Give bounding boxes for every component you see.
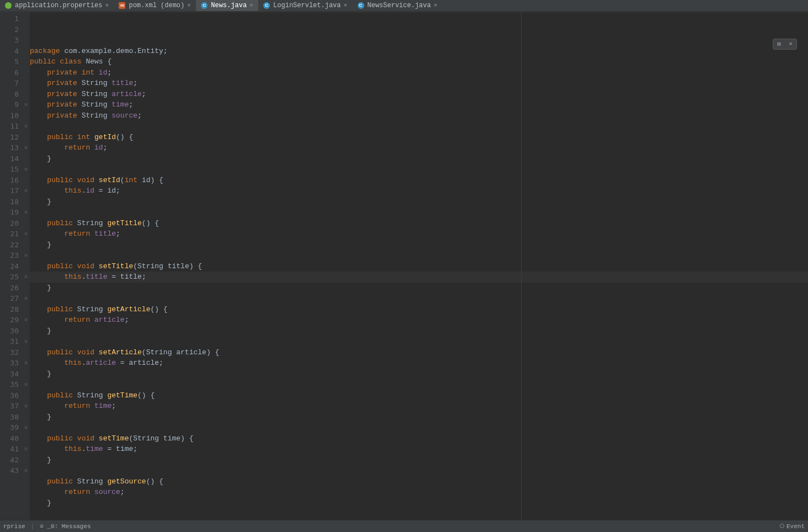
code-line[interactable]: return id; bbox=[30, 142, 808, 153]
fold-marker[interactable]: ⊟ bbox=[22, 142, 30, 153]
code-line[interactable]: } bbox=[30, 412, 808, 423]
code-editor[interactable]: 1234567891011121314151617181920212223242… bbox=[0, 12, 808, 520]
tab-label: News.java bbox=[211, 2, 247, 9]
code-line[interactable]: this.time = time; bbox=[30, 444, 808, 455]
code-line[interactable] bbox=[30, 379, 808, 390]
fold-marker bbox=[22, 175, 30, 186]
event-log-button[interactable]: Event bbox=[780, 523, 805, 530]
code-line[interactable]: } bbox=[30, 498, 808, 509]
code-line[interactable]: } bbox=[30, 369, 808, 380]
close-icon[interactable]: × bbox=[789, 41, 793, 47]
code-line[interactable] bbox=[30, 336, 808, 347]
editor-overlay-hint[interactable]: m × bbox=[773, 39, 797, 50]
code-line[interactable]: public class News { bbox=[30, 56, 808, 67]
fold-marker[interactable]: ⊟ bbox=[22, 228, 30, 240]
code-line[interactable]: } bbox=[30, 326, 808, 337]
fold-marker bbox=[22, 110, 30, 121]
code-line[interactable]: private String article; bbox=[30, 89, 808, 100]
code-line[interactable]: public void setId(int id) { bbox=[30, 175, 808, 186]
close-icon[interactable]: × bbox=[249, 2, 255, 9]
fold-marker[interactable]: ⊟ bbox=[22, 336, 30, 347]
code-line[interactable] bbox=[30, 121, 808, 132]
code-line[interactable] bbox=[30, 422, 808, 433]
close-icon[interactable]: × bbox=[344, 2, 349, 9]
fold-marker[interactable]: ⊟ bbox=[22, 185, 30, 196]
fold-marker[interactable]: ⊟ bbox=[22, 315, 30, 326]
fold-marker[interactable]: ⊟ bbox=[22, 358, 30, 369]
fold-marker bbox=[22, 46, 30, 57]
code-line[interactable]: public String getSource() { bbox=[30, 476, 808, 487]
tab-loginservlet-java[interactable]: CLoginServlet.java× bbox=[258, 0, 352, 11]
tab-pom-xml-demo-[interactable]: mpom.xml (demo)× bbox=[114, 0, 196, 11]
close-icon[interactable]: × bbox=[187, 2, 193, 9]
code-line[interactable]: } bbox=[30, 196, 808, 208]
code-line[interactable]: this.title = title; bbox=[30, 272, 808, 283]
fold-marker[interactable]: ⊟ bbox=[22, 444, 30, 455]
fold-marker[interactable]: ⊟ bbox=[22, 401, 30, 412]
code-line[interactable]: } bbox=[30, 283, 808, 294]
code-line[interactable] bbox=[30, 164, 808, 175]
code-line[interactable]: } bbox=[30, 455, 808, 466]
fold-marker[interactable]: ⊟ bbox=[22, 465, 30, 476]
code-line[interactable]: public String getTime() { bbox=[30, 390, 808, 401]
code-line[interactable]: public String getTitle() { bbox=[30, 218, 808, 229]
fold-marker[interactable]: ⊟ bbox=[22, 272, 30, 283]
code-line[interactable] bbox=[30, 250, 808, 261]
fold-marker[interactable]: ⊟ bbox=[22, 121, 30, 132]
code-line[interactable]: package com.example.demo.Entity; bbox=[30, 46, 808, 57]
code-line[interactable]: return article; bbox=[30, 315, 808, 326]
code-line[interactable]: private int id; bbox=[30, 67, 808, 78]
code-line[interactable]: public int getId() { bbox=[30, 132, 808, 143]
close-icon[interactable]: × bbox=[434, 2, 439, 9]
line-number: 22 bbox=[0, 240, 19, 251]
fold-marker bbox=[22, 35, 30, 46]
code-line[interactable]: private String title; bbox=[30, 78, 808, 89]
fold-marker[interactable]: ⊟ bbox=[22, 422, 30, 433]
code-area[interactable]: package com.example.demo.Entity;public c… bbox=[30, 12, 808, 520]
tab-label: NewsService.java bbox=[368, 2, 431, 9]
code-line[interactable] bbox=[30, 465, 808, 476]
fold-marker bbox=[22, 13, 30, 24]
code-line[interactable] bbox=[30, 207, 808, 218]
line-number: 25 bbox=[0, 272, 19, 283]
tab-application-properties[interactable]: application.properties× bbox=[0, 0, 114, 11]
line-number: 6 bbox=[0, 67, 19, 78]
tab-label: application.properties bbox=[15, 2, 102, 9]
status-separator: | bbox=[31, 523, 35, 530]
code-line[interactable]: public String getArticle() { bbox=[30, 304, 808, 315]
close-icon[interactable]: × bbox=[105, 2, 110, 9]
line-number: 24 bbox=[0, 261, 19, 272]
fold-marker[interactable]: ⊟ bbox=[22, 207, 30, 218]
messages-label: 0: Messages bbox=[51, 523, 91, 530]
code-line[interactable]: public void setTime(String time) { bbox=[30, 433, 808, 444]
line-number-gutter: 1234567891011121314151617181920212223242… bbox=[0, 12, 22, 520]
code-line[interactable]: private String time; bbox=[30, 99, 808, 110]
line-number: 28 bbox=[0, 304, 19, 315]
code-line[interactable]: this.article = article; bbox=[30, 358, 808, 369]
code-line[interactable]: } bbox=[30, 153, 808, 164]
code-line[interactable]: return title; bbox=[30, 228, 808, 240]
fold-marker bbox=[22, 304, 30, 315]
fold-marker[interactable]: ⊟ bbox=[22, 379, 30, 390]
fold-marker[interactable]: ⊟ bbox=[22, 250, 30, 261]
code-line[interactable]: return source; bbox=[30, 487, 808, 498]
fold-gutter[interactable]: ⊟ ⊟ ⊟ ⊟ ⊟ ⊟ ⊟ ⊟ ⊟ ⊟ ⊟ ⊟ ⊟ ⊟ ⊟ ⊟ ⊟ ⊟ bbox=[22, 12, 30, 520]
code-line[interactable]: public void setTitle(String title) { bbox=[30, 261, 808, 272]
code-line[interactable]: private String source; bbox=[30, 110, 808, 121]
code-line[interactable]: this.id = id; bbox=[30, 185, 808, 196]
code-line[interactable] bbox=[30, 293, 808, 304]
line-number: 10 bbox=[0, 110, 19, 121]
line-number: 40 bbox=[0, 433, 19, 444]
tab-newsservice-java[interactable]: CNewsService.java× bbox=[353, 0, 443, 11]
code-line[interactable]: public void setArticle(String article) { bbox=[30, 347, 808, 358]
fold-marker[interactable]: ⊟ bbox=[22, 164, 30, 175]
maven-icon: m bbox=[118, 2, 126, 9]
code-line[interactable]: } bbox=[30, 240, 808, 251]
code-line[interactable]: return time; bbox=[30, 401, 808, 412]
fold-marker[interactable]: ⊟ bbox=[22, 99, 30, 110]
messages-tool-window-button[interactable]: ≡ _0: Messages bbox=[40, 523, 91, 530]
fold-marker bbox=[22, 326, 30, 337]
fold-marker[interactable]: ⊟ bbox=[22, 293, 30, 304]
tab-news-java[interactable]: CNews.java× bbox=[196, 0, 258, 11]
status-left-truncated[interactable]: rprise bbox=[3, 523, 25, 530]
